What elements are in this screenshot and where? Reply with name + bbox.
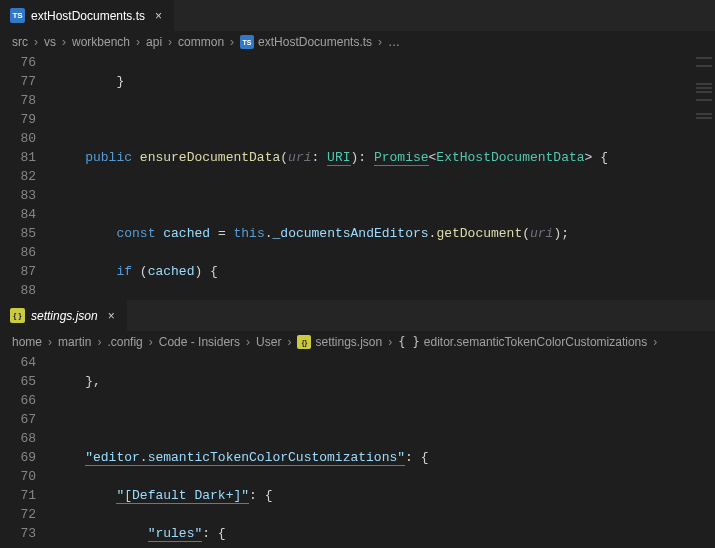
- chevron-right-icon: ›: [46, 335, 54, 349]
- chevron-right-icon: ›: [95, 335, 103, 349]
- typescript-icon: TS: [240, 35, 254, 49]
- tab-bar: { } settings.json ×: [0, 300, 715, 331]
- bc-seg[interactable]: workbench: [72, 35, 130, 49]
- chevron-right-icon: ›: [386, 335, 394, 349]
- bc-seg[interactable]: src: [12, 35, 28, 49]
- tab-exthostdocuments[interactable]: TS extHostDocuments.ts ×: [0, 0, 175, 31]
- bc-seg[interactable]: home: [12, 335, 42, 349]
- editor-pane-1: TS extHostDocuments.ts × src› vs› workbe…: [0, 0, 715, 300]
- code-area[interactable]: }, "editor.semanticTokenColorCustomizati…: [54, 353, 715, 548]
- breadcrumb[interactable]: home› martin› .config› Code - Insiders› …: [0, 331, 715, 353]
- chevron-right-icon: ›: [134, 35, 142, 49]
- chevron-right-icon: ›: [285, 335, 293, 349]
- tab-settings-json[interactable]: { } settings.json ×: [0, 300, 128, 331]
- json-icon: {}: [297, 335, 311, 349]
- bc-seg[interactable]: User: [256, 335, 281, 349]
- bc-seg[interactable]: api: [146, 35, 162, 49]
- close-icon[interactable]: ×: [104, 308, 119, 323]
- close-icon[interactable]: ×: [151, 8, 166, 23]
- bc-seg[interactable]: extHostDocuments.ts: [258, 35, 372, 49]
- braces-icon: { }: [398, 335, 420, 349]
- bc-seg[interactable]: …: [388, 35, 400, 49]
- tab-filename: extHostDocuments.ts: [31, 9, 145, 23]
- bc-seg[interactable]: vs: [44, 35, 56, 49]
- chevron-right-icon: ›: [651, 335, 659, 349]
- bc-seg[interactable]: martin: [58, 335, 91, 349]
- chevron-right-icon: ›: [376, 35, 384, 49]
- chevron-right-icon: ›: [147, 335, 155, 349]
- line-gutter: 76777879 80818283 84858687 88: [0, 53, 54, 300]
- code-editor-2[interactable]: 64656667 68697071 7273 }, "editor.semant…: [0, 353, 715, 548]
- bc-seg[interactable]: common: [178, 35, 224, 49]
- json-icon: { }: [10, 308, 25, 323]
- chevron-right-icon: ›: [228, 35, 236, 49]
- bc-seg[interactable]: settings.json: [315, 335, 382, 349]
- typescript-icon: TS: [10, 8, 25, 23]
- line-gutter: 64656667 68697071 7273: [0, 353, 54, 548]
- tab-bar: TS extHostDocuments.ts ×: [0, 0, 715, 31]
- code-area[interactable]: } public ensureDocumentData(uri: URI): P…: [54, 53, 715, 300]
- tab-filename: settings.json: [31, 309, 98, 323]
- chevron-right-icon: ›: [32, 35, 40, 49]
- minimap[interactable]: [693, 53, 715, 299]
- bc-seg[interactable]: editor.semanticTokenColorCustomizations: [424, 335, 647, 349]
- code-editor-1[interactable]: 76777879 80818283 84858687 88 } public e…: [0, 53, 715, 300]
- editor-pane-2: { } settings.json × home› martin› .confi…: [0, 300, 715, 548]
- chevron-right-icon: ›: [244, 335, 252, 349]
- chevron-right-icon: ›: [60, 35, 68, 49]
- bc-seg[interactable]: Code - Insiders: [159, 335, 240, 349]
- breadcrumb[interactable]: src› vs› workbench› api› common› TS extH…: [0, 31, 715, 53]
- bc-seg[interactable]: .config: [107, 335, 142, 349]
- chevron-right-icon: ›: [166, 35, 174, 49]
